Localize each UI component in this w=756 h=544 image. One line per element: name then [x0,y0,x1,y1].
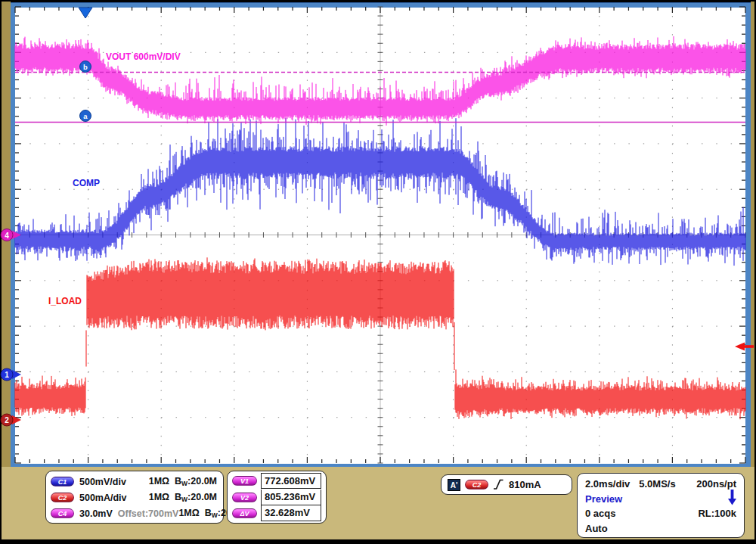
channel-row-c4: C4 30.0mV Offset:700mV 1MΩ BW:20.0M [51,505,217,521]
cursor-readout-panel: V1 772.608mV V2 805.236mV ΔV 32.628mV [227,471,327,524]
c1-coupling: 1MΩ BW:20.0M [149,476,217,487]
bezel-margin-right [751,2,754,467]
v2-value: 805.236mV [261,490,321,505]
timebase-row: 2.0ms/div 5.0MS/s 200ns/pt [585,477,736,492]
bezel-margin-left [2,2,11,467]
record-length: RL:100k [698,508,736,519]
c4-scale: 30.0mV [79,508,113,519]
trigger-mode-row: Auto [585,521,736,536]
timebase: 2.0ms/div [585,478,630,490]
resolution: 200ns/pt [696,478,736,490]
graticule-frame [11,2,751,467]
channel-row-c1: C1 500mV/div 1MΩ BW:20.0M [51,474,217,490]
rising-edge-icon [493,478,504,491]
sample-rate: 5.0MS/s [639,478,675,490]
delta-v-badge[interactable]: ΔV [232,508,257,518]
c4-offset: Offset:700mV [118,508,179,519]
trigger-source-badge[interactable]: C2 [465,480,488,490]
graticule-area [15,8,745,464]
acq-mode-preview: Preview [585,493,622,505]
channel-badge-c1[interactable]: C1 [51,477,74,486]
horizontal-panel[interactable]: 2.0ms/div 5.0MS/s 200ns/pt Preview 0 acq… [577,473,745,538]
oscilloscope-screen: VOUT 600mV/DIV COMP I_LOAD b a 4 1 2 [0,0,756,544]
trigger-level: 810mA [509,479,541,490]
delta-v-value: 32.628mV [261,505,321,521]
measurement-row-v1: V1 772.608mV [232,473,321,490]
v1-value: 772.608mV [261,473,321,489]
c2-scale: 500mA/div [79,493,127,503]
acquisition-count: 0 acqs [585,508,615,519]
measurement-row-dv: ΔV 32.628mV [232,505,321,522]
v1-badge[interactable]: V1 [232,476,257,486]
trigger-panel[interactable]: A' C2 810mA [441,474,572,495]
c2-coupling: 1MΩ BW:20.0M [149,492,217,503]
trigger-a-badge[interactable]: A' [448,479,460,491]
channel-badge-c4[interactable]: C4 [51,508,74,518]
down-arrow-icon [728,490,736,508]
c1-scale: 500mV/div [79,477,126,487]
channel-badge-c2[interactable]: C2 [51,493,74,502]
vertical-settings-panel: C1 500mV/div 1MΩ BW:20.0M C2 500mA/div 1… [45,471,224,524]
measurement-row-v2: V2 805.236mV [232,490,321,506]
v2-badge[interactable]: V2 [232,493,257,502]
channel-row-c2: C2 500mA/div 1MΩ BW:20.0M [51,490,217,505]
trigger-mode: Auto [585,523,608,534]
preview-row: Preview [585,492,736,507]
acqs-row: 0 acqs RL:100k [585,506,736,521]
